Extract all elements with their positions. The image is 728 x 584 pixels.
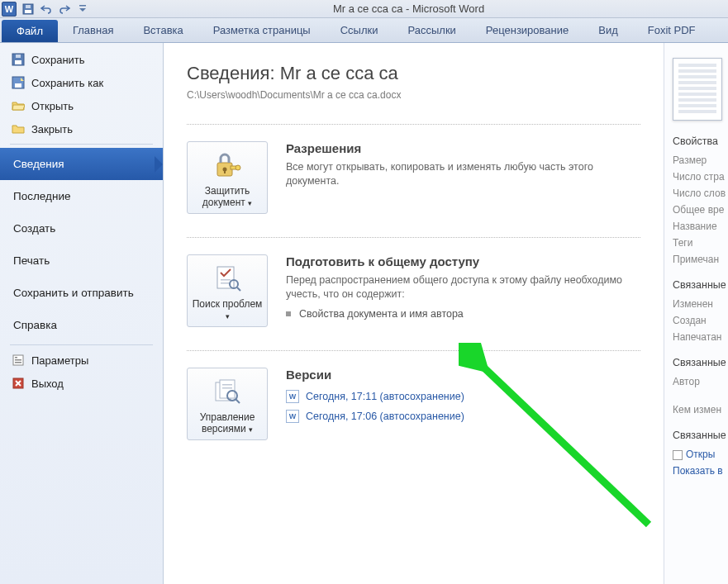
exit-icon bbox=[12, 377, 25, 390]
version-label: Сегодня, 17:11 (автосохранение) bbox=[306, 391, 464, 402]
chevron-down-icon: ▾ bbox=[248, 199, 252, 207]
label: Управление версиями bbox=[200, 411, 255, 434]
file-tab[interactable]: Файл bbox=[2, 20, 58, 42]
separator bbox=[10, 344, 153, 345]
sidebar-info[interactable]: Сведения bbox=[0, 148, 163, 180]
page-title: Сведения: Mr а се сса са bbox=[187, 63, 640, 84]
tab-foxit[interactable]: Foxit PDF bbox=[633, 18, 711, 42]
backstage-sidebar: Сохранить Сохранить как Открыть Закрыть … bbox=[0, 43, 164, 584]
svg-rect-1 bbox=[25, 10, 31, 13]
undo-icon[interactable] bbox=[38, 2, 55, 17]
prop-title: Название bbox=[673, 218, 728, 235]
sidebar-print[interactable]: Печать bbox=[0, 245, 163, 277]
svg-rect-3 bbox=[79, 5, 86, 7]
prop-tags: Теги bbox=[673, 235, 728, 251]
prop-printed: Напечатан bbox=[673, 329, 728, 345]
svg-rect-16 bbox=[224, 170, 226, 173]
save-icon bbox=[12, 53, 25, 66]
save-as-icon bbox=[12, 76, 25, 89]
prepare-desc: Перед распространением общего доступа к … bbox=[286, 273, 640, 301]
label: Защитить документ bbox=[202, 185, 250, 208]
prepare-bullet: Свойства документа и имя автора bbox=[286, 308, 640, 320]
protect-document-button[interactable]: Защитить документ ▾ bbox=[187, 141, 268, 214]
ribbon-tabs: Файл Главная Вставка Разметка страницы С… bbox=[0, 18, 728, 43]
save-icon[interactable] bbox=[20, 2, 36, 17]
doc-name: Mr а се сса са bbox=[280, 63, 398, 83]
properties-heading[interactable]: Свойства bbox=[673, 135, 728, 147]
svg-rect-6 bbox=[16, 55, 21, 58]
prop-created: Создан bbox=[673, 312, 728, 329]
svg-line-23 bbox=[237, 287, 240, 291]
label: Печать bbox=[13, 254, 50, 267]
sidebar-options[interactable]: Параметры bbox=[0, 349, 163, 372]
chevron-down-icon: ▾ bbox=[226, 312, 230, 320]
related-docs-heading: Связанные bbox=[673, 430, 728, 441]
label: Выход bbox=[31, 377, 64, 390]
related-dates-heading: Связанные bbox=[673, 279, 728, 291]
prepare-title: Подготовить к общему доступу bbox=[286, 254, 640, 268]
label: Закрыть bbox=[31, 123, 73, 135]
sidebar-save-as[interactable]: Сохранить как bbox=[0, 71, 163, 94]
sidebar-exit[interactable]: Выход bbox=[0, 372, 163, 395]
svg-rect-26 bbox=[222, 384, 232, 386]
folder-open-icon bbox=[12, 99, 25, 112]
permissions-title: Разрешения bbox=[286, 141, 640, 155]
label: Поиск проблем bbox=[193, 298, 263, 310]
sidebar-save[interactable]: Сохранить bbox=[0, 48, 163, 71]
quick-access-toolbar bbox=[20, 2, 91, 17]
heading-prefix: Сведения: bbox=[187, 63, 280, 83]
svg-rect-27 bbox=[222, 387, 232, 389]
svg-rect-19 bbox=[217, 267, 234, 288]
properties-panel: Свойства Размер Число стра Число слов Об… bbox=[664, 43, 728, 584]
section-versions: Управление версиями ▾ Версии W Сегодня, … bbox=[187, 350, 640, 440]
sidebar-close[interactable]: Закрыть bbox=[0, 117, 163, 140]
permissions-desc: Все могут открывать, копировать и изменя… bbox=[286, 160, 640, 188]
bullet-text: Свойства документа и имя автора bbox=[299, 308, 464, 320]
version-item[interactable]: W Сегодня, 17:11 (автосохранение) bbox=[286, 387, 640, 406]
label: Последние bbox=[13, 190, 70, 202]
version-label: Сегодня, 17:06 (автосохранение) bbox=[306, 411, 464, 422]
chevron-down-icon: ▾ bbox=[249, 425, 253, 434]
sidebar-recent[interactable]: Последние bbox=[0, 180, 163, 212]
tab-references[interactable]: Ссылки bbox=[326, 18, 393, 42]
label: Сохранить как bbox=[31, 77, 103, 89]
svg-rect-12 bbox=[15, 362, 21, 363]
label: Создать bbox=[13, 222, 55, 235]
info-content: Сведения: Mr а се сса са C:\Users\woodh\… bbox=[164, 43, 664, 584]
svg-rect-2 bbox=[26, 5, 31, 8]
tab-review[interactable]: Рецензирование bbox=[471, 18, 583, 42]
tab-insert[interactable]: Вставка bbox=[128, 18, 197, 42]
options-icon bbox=[12, 354, 25, 367]
version-item[interactable]: W Сегодня, 17:06 (автосохранение) bbox=[286, 406, 640, 426]
inspect-icon bbox=[211, 264, 244, 293]
qat-customize-icon[interactable] bbox=[74, 2, 91, 17]
prop-author: Автор bbox=[673, 373, 728, 390]
word-app-icon: W bbox=[2, 2, 17, 17]
tab-home[interactable]: Главная bbox=[58, 18, 128, 42]
show-all-properties[interactable]: Показать в bbox=[673, 463, 728, 479]
sidebar-share[interactable]: Сохранить и отправить bbox=[0, 277, 163, 309]
document-path: C:\Users\woodh\Documents\Mr а се сса са.… bbox=[187, 89, 640, 101]
redo-icon[interactable] bbox=[56, 2, 73, 17]
prop-comments: Примечан bbox=[673, 251, 728, 268]
doc-icon: W bbox=[286, 390, 299, 403]
folder-icon bbox=[673, 450, 683, 460]
document-preview[interactable] bbox=[673, 58, 722, 121]
versions-icon bbox=[211, 377, 244, 406]
label: Сохранить и отправить bbox=[13, 287, 134, 299]
tab-view[interactable]: Вид bbox=[583, 18, 633, 42]
svg-rect-10 bbox=[15, 357, 17, 358]
prop-pages: Число стра bbox=[673, 169, 728, 185]
backstage-main: Сведения: Mr а се сса са C:\Users\woodh\… bbox=[164, 43, 728, 584]
sidebar-new[interactable]: Создать bbox=[0, 212, 163, 245]
sidebar-open[interactable]: Открыть bbox=[0, 94, 163, 117]
tab-mailings[interactable]: Рассылки bbox=[393, 18, 471, 42]
svg-rect-11 bbox=[15, 359, 21, 361]
open-file-location[interactable]: Откры bbox=[673, 446, 728, 463]
bullet-icon bbox=[286, 311, 291, 316]
sidebar-help[interactable]: Справка bbox=[0, 309, 163, 341]
check-issues-button[interactable]: Поиск проблем ▾ bbox=[187, 254, 268, 327]
manage-versions-button[interactable]: Управление версиями ▾ bbox=[187, 368, 268, 440]
tab-page-layout[interactable]: Разметка страницы bbox=[198, 18, 326, 42]
label: Справка bbox=[13, 319, 57, 331]
